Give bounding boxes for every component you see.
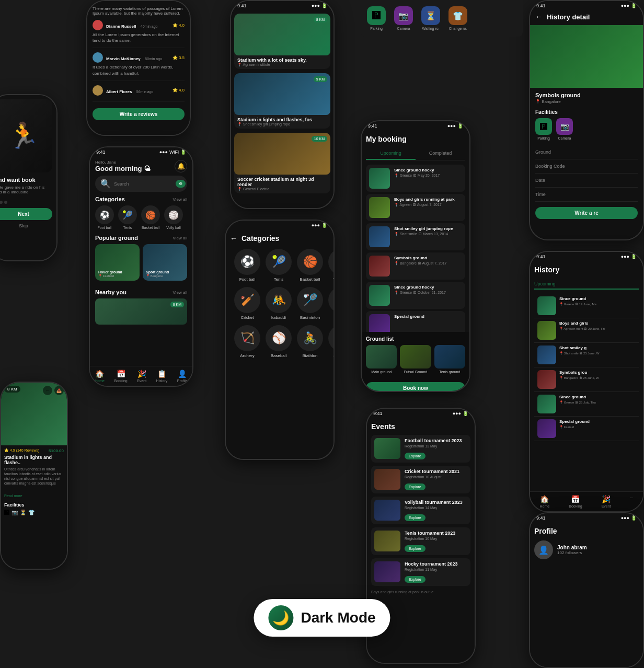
booking-item-5[interactable]: Since ground hocky 📍 Greece 🗓 October 21… bbox=[366, 282, 465, 309]
tab-upcoming[interactable]: Upcoming bbox=[366, 147, 416, 160]
booking-item-3[interactable]: Shot smiley girl jumping rope 📍 Shot smi… bbox=[366, 223, 465, 250]
event-item-2[interactable]: Cricket tournament 2021 Registration 10 … bbox=[371, 466, 470, 493]
skip-button[interactable]: Skip bbox=[0, 223, 52, 228]
phone-profile: 9:41 ●●●🔋 Profile 👤 John abram 102 follo… bbox=[529, 512, 644, 668]
reviewer-name: Albert Flores bbox=[106, 89, 132, 94]
status-bar: 9:41 ●●●🔋 bbox=[530, 252, 643, 261]
write-review-detail-button[interactable]: Write a re bbox=[535, 207, 638, 219]
category-volleyball[interactable]: 🏐 Volly ball bbox=[164, 205, 183, 229]
nav-event[interactable]: 🎉 Event bbox=[137, 370, 146, 383]
profile-sub: 102 followers bbox=[557, 550, 587, 555]
ground-list-title: Ground list bbox=[366, 336, 465, 342]
nav-home[interactable]: 🏠 Home bbox=[95, 370, 105, 383]
explore-button-1[interactable]: Explore bbox=[405, 453, 426, 459]
booking-item-6[interactable]: Special ground bbox=[366, 311, 465, 332]
category-basketball-big[interactable]: 🏀 Basket ball bbox=[297, 249, 323, 282]
explore-button-4[interactable]: Explore bbox=[405, 545, 426, 552]
category-kabaddi-big[interactable]: 🤼 kabaddi bbox=[266, 287, 292, 320]
ground-card-sport[interactable]: Sport ground 📍 Banglore bbox=[143, 244, 187, 281]
status-bar: 9:41 ●●●🔋 bbox=[362, 121, 469, 131]
history-item-4[interactable]: Symbols grou 📍 Bangalore 🗓 25 June, W bbox=[534, 367, 639, 392]
filter-button[interactable]: ⚙ bbox=[176, 180, 186, 188]
event-item-3[interactable]: Vollyball tournament 2023 Registration 1… bbox=[371, 497, 470, 524]
category-football[interactable]: ⚽ Foot ball bbox=[95, 205, 114, 229]
ground-futsal[interactable]: Futsal Ground bbox=[400, 345, 431, 374]
event-item-1[interactable]: Football tournament 2023 Registration 13… bbox=[371, 435, 470, 463]
category-tennis[interactable]: 🎾 Tenis bbox=[118, 205, 137, 229]
distance-badge-2: 9 KM bbox=[314, 76, 327, 82]
category-tennis-big[interactable]: 🎾 Tenis bbox=[266, 249, 292, 282]
search-bar[interactable]: 🔍 ⚙ bbox=[95, 176, 187, 192]
facility-icons-row: 🅿 📷 ⏳ 👕 bbox=[4, 510, 64, 515]
category-golf-big[interactable]: ⛳ Golf bbox=[328, 287, 334, 320]
back-icon[interactable]: ← bbox=[535, 13, 543, 21]
view-all-popular[interactable]: View all bbox=[173, 236, 187, 240]
view-all-categories[interactable]: View all bbox=[173, 197, 187, 202]
event-item-5[interactable]: Hocky tournament 2023 Registration 11 Ma… bbox=[371, 558, 470, 586]
book-now-button[interactable]: Book now bbox=[366, 382, 465, 391]
history-item-6[interactable]: Special ground 📍 Fairield bbox=[534, 417, 639, 441]
tab-completed[interactable]: Completed bbox=[416, 147, 465, 160]
explore-button-5[interactable]: Explore bbox=[405, 576, 426, 583]
booking-item-2[interactable]: Boys and girls running at park 📍 Agreen … bbox=[366, 194, 465, 221]
facility-camera[interactable]: 📷 Camera bbox=[556, 118, 573, 140]
ground-listing-3[interactable]: 10 KM Soccer cricket stadium at night 3d… bbox=[234, 133, 330, 193]
history-location-1: 📍 Greece 🗓 19 June, Ma bbox=[559, 302, 636, 306]
next-button[interactable]: Next bbox=[0, 208, 52, 220]
category-basketball[interactable]: 🏀 Basket ball bbox=[141, 205, 160, 229]
category-archery-big[interactable]: 🏹 Archery bbox=[234, 325, 260, 358]
search-input[interactable] bbox=[114, 181, 172, 187]
category-label: Tenis bbox=[123, 226, 132, 229]
event-name-4: Tenis tournament 2023 bbox=[405, 531, 467, 536]
ground-name: Hover ground bbox=[98, 270, 136, 274]
facility-parking[interactable]: 🅿 Parking bbox=[535, 118, 552, 140]
read-more[interactable]: Read more bbox=[4, 494, 22, 498]
reviewer-rating: ⭐ 3.5 bbox=[172, 55, 185, 60]
history-item-2[interactable]: Boys and girls 📍 Agrasen merit 🗓 20 June… bbox=[534, 318, 639, 343]
nav-event-h[interactable]: 🎉 Event bbox=[602, 495, 611, 508]
view-all-nearby[interactable]: View all bbox=[173, 290, 187, 295]
history-item-5[interactable]: Since ground 📍 Greece 🗓 25 July, Thu bbox=[534, 392, 639, 417]
category-football-big[interactable]: ⚽ Foot ball bbox=[234, 249, 260, 282]
ground-tenis[interactable]: Tenis ground bbox=[434, 345, 465, 374]
booking-item-4[interactable]: Symbols ground 📍 Bangalore 🗓 August 7, 2… bbox=[366, 252, 465, 280]
phone-home: 9:41 ●●●WiFi🔋 Hello, Jane Good morning 🌤… bbox=[89, 146, 193, 387]
phone-reviews: There are many variations of passages of… bbox=[86, 0, 191, 136]
event-name-5: Hocky tournament 2023 bbox=[405, 561, 467, 567]
event-item-4[interactable]: Tenis tournament 2023 Registration 10 Ma… bbox=[371, 527, 470, 555]
notification-bell[interactable]: 🔔 bbox=[175, 160, 187, 172]
booking-location-2: 📍 Agreen 🗓 August 7, 2017 bbox=[394, 203, 462, 207]
event-reg-4: Registration 10 May bbox=[405, 537, 467, 540]
category-biathlon-big[interactable]: 🚴 Biathlon bbox=[297, 325, 323, 358]
nav-history-h[interactable]: ... bbox=[630, 495, 634, 508]
tab-upcoming-history[interactable]: Upcoming bbox=[534, 281, 556, 290]
history-location-2: 📍 Agrasen merit 🗓 20 June, Fri bbox=[559, 327, 636, 330]
nav-home-h[interactable]: 🏠 Home bbox=[540, 495, 550, 508]
nav-booking[interactable]: 📅 Booking bbox=[114, 370, 127, 383]
category-badminton-big[interactable]: 🏸 Badminton bbox=[297, 287, 323, 320]
explore-button-2[interactable]: Explore bbox=[405, 483, 426, 490]
avatar bbox=[93, 52, 103, 63]
explore-button-3[interactable]: Explore bbox=[405, 514, 426, 521]
nav-booking-h[interactable]: 📅 Booking bbox=[569, 495, 582, 508]
history-item-3[interactable]: Shot smiley g 📍 Shot smile 🗓 25 June, W bbox=[534, 343, 639, 367]
ground-location: 📍 Fairfield bbox=[98, 274, 136, 278]
nav-profile[interactable]: 👤 Profile bbox=[177, 370, 188, 383]
write-review-button[interactable]: Write a reviews bbox=[93, 108, 185, 120]
booking-item-1[interactable]: Since ground hocky 📍 Greece 🗓 May 20, 20… bbox=[366, 165, 465, 192]
category-volleyball-big[interactable]: 🏐 Volly ball bbox=[328, 249, 334, 282]
history-item-1[interactable]: Since ground 📍 Greece 🗓 19 June, Ma bbox=[534, 294, 639, 318]
ground-card-hover[interactable]: Hover ground 📍 Fairfield bbox=[95, 244, 140, 281]
ground-listing-1[interactable]: 8 KM Stadium with a lot of seats sky. 📍 … bbox=[234, 14, 330, 69]
booking-name-4: Symbols ground bbox=[394, 256, 462, 260]
categories-grid: ⚽ Foot ball 🎾 Tenis 🏀 Basket ball 🏐 Voll… bbox=[95, 205, 187, 229]
distance-badge-1: 8 KM bbox=[314, 17, 327, 22]
back-button[interactable]: ← bbox=[230, 234, 237, 243]
category-baseball-big[interactable]: ⚾ Baseball bbox=[266, 325, 292, 358]
ground-main[interactable]: Main ground bbox=[366, 345, 397, 374]
category-shooting-big[interactable]: 🎯 Shooting bbox=[328, 325, 334, 358]
nearby-ground-card[interactable]: 8 KM bbox=[95, 298, 187, 325]
ground-listing-2[interactable]: 9 KM Stadium in lights and flashes, fos … bbox=[234, 73, 330, 129]
category-cricket-big[interactable]: 🏏 Cricket bbox=[234, 287, 260, 320]
nav-history[interactable]: 📋 History bbox=[156, 370, 168, 383]
